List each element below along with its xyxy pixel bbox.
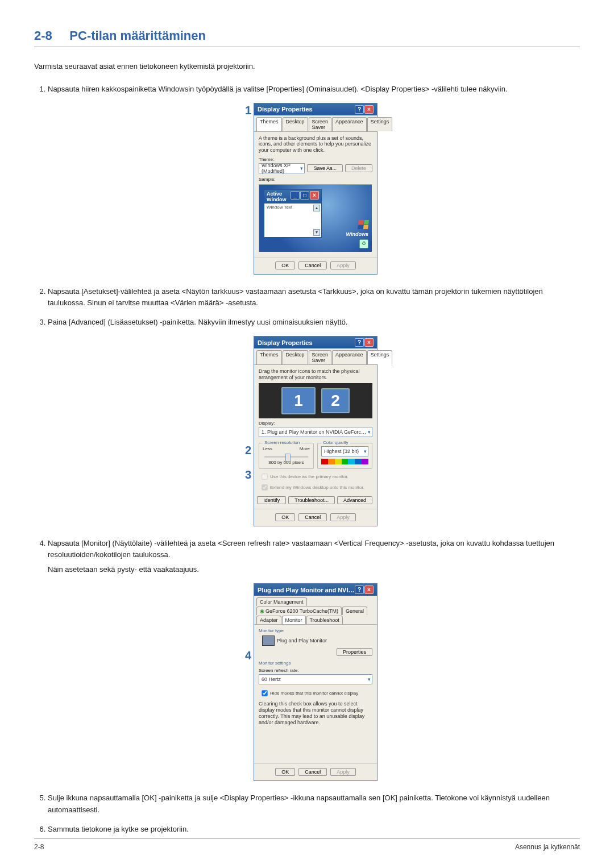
figure-2: . 2 3 Display Properties ? × Themes Desk… [34,336,580,526]
step-5-text: Sulje ikkuna napsauttamalla [OK] -painik… [48,794,550,813]
minimize-icon: _ [291,191,300,200]
display-select[interactable]: 1. Plug and Play Monitor on NVIDIA GeFor… [259,427,372,437]
tab-troubleshoot[interactable]: Troubleshoot [306,616,343,624]
apply-button[interactable]: Apply [330,261,356,269]
monitor-icon [262,636,275,646]
refresh-rate-value: 60 Hertz [262,676,281,682]
tab-geforce[interactable]: ◉ GeForce 6200 TurboCache(TM) [256,607,342,615]
display-properties-settings-dialog: Display Properties ? × Themes Desktop Sc… [254,336,377,526]
resolution-slider[interactable] [264,456,308,458]
active-window-title: Active Window [267,191,291,202]
color-quality-select[interactable]: Highest (32 bit) ▾ [321,446,368,456]
dialog-title: Display Properties [258,106,313,113]
hide-modes-description: Clearing this check box allows you to se… [259,701,372,725]
monitor-arrangement[interactable]: 1 2 [259,383,372,418]
close-icon: × [310,191,319,200]
theme-select[interactable]: Windows XP (Modified) ▾ [259,163,305,173]
save-as-button[interactable]: Save As... [307,164,343,172]
close-icon[interactable]: × [364,105,374,114]
extend-desktop-checkbox[interactable]: Extend my Windows desktop onto this moni… [259,482,372,493]
cancel-button[interactable]: Cancel [298,513,327,521]
ok-button[interactable]: OK [275,261,295,269]
page: 2-8 PC-tilan määrittäminen Varmista seur… [0,0,614,868]
theme-label: Theme: [259,157,372,162]
theme-select-value: Windows XP (Modified) [262,163,300,174]
monitor-1[interactable]: 1 [281,387,316,414]
troubleshoot-button[interactable]: Troubleshoot... [288,496,335,504]
tab-appearance[interactable]: Appearance [332,117,367,131]
step-6-text: Sammuta tietokone ja kytke se projektori… [48,825,189,833]
tab-themes[interactable]: Themes [256,117,282,131]
tab-settings[interactable]: Settings [367,350,393,364]
monitor-settings-label: Monitor settings [259,661,372,666]
tab-appearance[interactable]: Appearance [332,350,367,364]
tab-screen-saver[interactable]: Screen Saver [309,117,332,131]
window-text: Window Text [267,205,292,210]
apply-button[interactable]: Apply [330,768,356,776]
help-icon[interactable]: ? [355,338,364,347]
cancel-button[interactable]: Cancel [298,261,327,269]
tab-strip: Themes Desktop Screen Saver Appearance S… [254,348,377,365]
help-icon[interactable]: ? [355,105,364,114]
properties-button[interactable]: Properties [337,648,372,656]
screen-refresh-rate-label: Screen refresh rate: [259,668,372,673]
footer-left: 2-8 [34,843,44,851]
advanced-button[interactable]: Advanced [337,496,372,504]
chevron-down-icon: ▾ [368,676,371,682]
refresh-rate-select[interactable]: 60 Hertz ▾ [259,674,372,684]
instruction-list-4: Sulje ikkuna napsauttamalla [OK] -painik… [34,792,580,834]
monitor-type-label: Monitor type [259,628,372,633]
tab-desktop[interactable]: Desktop [283,117,308,131]
chevron-down-icon: ▾ [364,448,367,454]
windows-flag-icon [358,220,369,229]
more-label: More [300,446,310,451]
callout-4: 4 [245,649,251,662]
less-label: Less [263,446,272,451]
dialog-button-row: OK Cancel Apply [254,257,377,274]
ok-button[interactable]: OK [275,768,295,776]
tab-themes[interactable]: Themes [256,350,282,364]
titlebar: Display Properties ? × [254,103,377,115]
tab-color-management[interactable]: Color Management [256,597,307,606]
hide-modes-checkbox[interactable]: Hide modes that this monitor cannot disp… [259,688,372,699]
tab-general[interactable]: General [342,607,367,615]
step-4b-text: Näin asetetaan sekä pysty- että vaakataa… [48,564,580,575]
screen-resolution-label: Screen resolution [263,440,301,445]
instruction-list-3: Napsauta [Monitor] (Näyttölaite) -välile… [34,538,580,575]
settings-panel: Drag the monitor icons to match the phys… [254,365,377,509]
help-icon[interactable]: ? [355,585,364,594]
tab-desktop[interactable]: Desktop [283,350,308,364]
maximize-icon: □ [300,191,309,200]
monitor-panel: Monitor type Plug and Play Monitor Prope… [254,625,377,763]
primary-monitor-checkbox[interactable]: Use this device as the primary monitor. [259,471,372,482]
color-quality-value: Highest (32 bit) [324,448,359,454]
tab-screen-saver[interactable]: Screen Saver [309,350,332,364]
drag-description: Drag the monitor icons to match the phys… [259,368,372,381]
heading-number: 2-8 [34,28,52,43]
apply-button[interactable]: Apply [330,513,356,521]
identify-button[interactable]: Identify [257,496,286,504]
scroll-up-icon: ▴ [313,205,320,211]
tab-adapter[interactable]: Adapter [256,616,281,624]
monitor-2[interactable]: 2 [321,388,350,413]
instruction-list: Napsauta hiiren kakkospainiketta Windows… [34,84,580,95]
color-spectrum [321,459,368,464]
chevron-down-icon: ▾ [300,165,303,171]
screen-resolution-group: Screen resolution Less More 800 by 600 p… [259,443,314,469]
step-4: Napsauta [Monitor] (Näyttölaite) -välile… [48,538,580,575]
color-quality-label: Color quality [321,440,350,445]
step-5: Sulje ikkuna napsauttamalla [OK] -painik… [48,792,580,815]
tab-settings[interactable]: Settings [367,117,393,131]
slider-thumb[interactable] [285,454,291,462]
close-icon[interactable]: × [364,585,374,594]
display-label: Display: [259,421,372,426]
ok-button[interactable]: OK [275,513,295,521]
display-select-value: 1. Plug and Play Monitor on NVIDIA GeFor… [262,429,368,435]
tab-monitor[interactable]: Monitor [282,616,306,624]
delete-button[interactable]: Delete [345,164,372,172]
tab-strip: Color Management ◉ GeForce 6200 TurboCac… [254,596,377,625]
close-icon[interactable]: × [364,338,374,347]
cancel-button[interactable]: Cancel [298,768,327,776]
theme-description: A theme is a background plus a set of so… [259,135,372,153]
step-1: Napsauta hiiren kakkospainiketta Windows… [48,84,580,95]
